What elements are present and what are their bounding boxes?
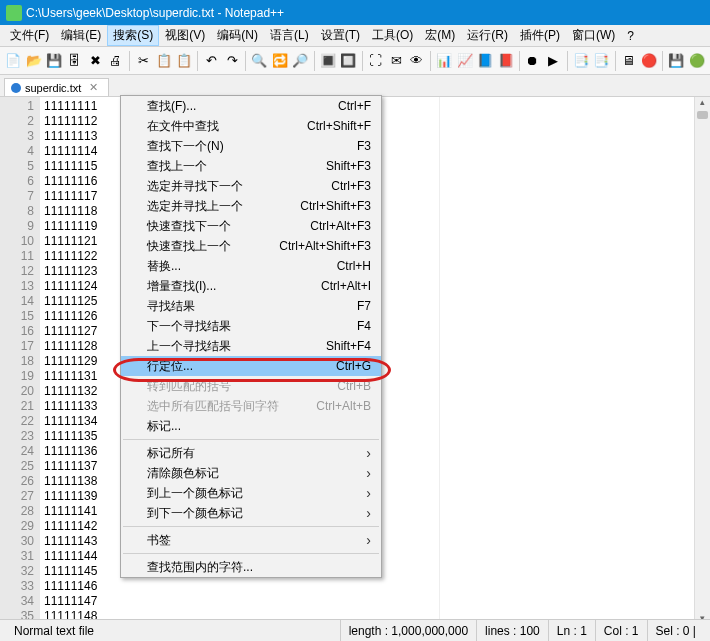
menu-item[interactable]: 清除颜色标记 [121, 463, 381, 483]
menu-item[interactable]: 上一个寻找结果Shift+F4 [121, 336, 381, 356]
app-icon [6, 5, 22, 21]
menu-item-label: 寻找结果 [147, 298, 357, 315]
toolbar-button[interactable]: 🔁 [271, 50, 290, 72]
toolbar-button[interactable]: ↶ [202, 50, 221, 72]
menu-item-shortcut: Ctrl+F3 [331, 179, 371, 193]
menu-item[interactable]: 窗口(W) [566, 25, 621, 46]
toolbar-button[interactable]: 🗄 [66, 50, 85, 72]
menu-item[interactable]: 查找下一个(N)F3 [121, 136, 381, 156]
toolbar-button[interactable]: 🔍 [250, 50, 269, 72]
menu-item-shortcut: Ctrl+G [336, 359, 371, 373]
menu-item[interactable]: 下一个寻找结果F4 [121, 316, 381, 336]
menu-item[interactable]: 选定并寻找下一个Ctrl+F3 [121, 176, 381, 196]
toolbar-button[interactable]: 📑 [572, 50, 591, 72]
menu-item[interactable]: 运行(R) [461, 25, 514, 46]
menu-item[interactable]: 编辑(E) [55, 25, 107, 46]
toolbar-button[interactable]: 👁 [407, 50, 426, 72]
menu-item[interactable]: 到上一个颜色标记 [121, 483, 381, 503]
toolbar-button[interactable]: 💾 [667, 50, 686, 72]
line-number-gutter: 1234567891011121314151617181920212223242… [0, 97, 40, 627]
vertical-scrollbar[interactable]: ▴ ▾ [694, 97, 710, 627]
menu-item-shortcut: Ctrl+Shift+F3 [300, 199, 371, 213]
menu-item[interactable]: 行定位...Ctrl+G [121, 356, 381, 376]
menu-item-label: 行定位... [147, 358, 336, 375]
menu-item[interactable]: 标记... [121, 416, 381, 436]
menu-item[interactable]: 书签 [121, 530, 381, 550]
tab-close-icon[interactable]: ✕ [89, 81, 98, 94]
menu-item-shortcut: Ctrl+Shift+F [307, 119, 371, 133]
toolbar-button[interactable]: ✖ [86, 50, 105, 72]
toolbar-button[interactable]: ⏺ [524, 50, 543, 72]
menu-item[interactable]: 工具(O) [366, 25, 419, 46]
status-col: Col : 1 [595, 620, 647, 641]
menu-item[interactable]: 增量查找(I)...Ctrl+Alt+I [121, 276, 381, 296]
toolbar-button[interactable]: 📈 [455, 50, 474, 72]
file-tab[interactable]: superdic.txt ✕ [4, 78, 109, 96]
toolbar-button[interactable]: 🔲 [339, 50, 358, 72]
menu-item[interactable]: 视图(V) [159, 25, 211, 46]
menu-item-label: 标记... [147, 418, 371, 435]
toolbar-button[interactable]: 🖨 [107, 50, 126, 72]
menu-item[interactable]: 快速查找上一个Ctrl+Alt+Shift+F3 [121, 236, 381, 256]
menu-item-label: 增量查找(I)... [147, 278, 321, 295]
toolbar-button[interactable]: 📋 [154, 50, 173, 72]
menu-item[interactable]: 标记所有 [121, 443, 381, 463]
toolbar-button[interactable]: ✉ [387, 50, 406, 72]
menu-item[interactable]: 寻找结果F7 [121, 296, 381, 316]
toolbar-button[interactable]: 🔳 [319, 50, 338, 72]
menu-item-label: 查找下一个(N) [147, 138, 357, 155]
menu-item-label: 在文件中查找 [147, 118, 307, 135]
toolbar-button[interactable]: 📑 [592, 50, 611, 72]
scroll-up-icon[interactable]: ▴ [695, 97, 710, 111]
toolbar-button[interactable]: 📋 [175, 50, 194, 72]
toolbar-button[interactable]: 📊 [435, 50, 454, 72]
toolbar-button[interactable]: ↷ [223, 50, 242, 72]
toolbar-button[interactable]: 📄 [4, 50, 23, 72]
menu-item[interactable]: 搜索(S) [107, 25, 159, 46]
toolbar-button[interactable]: 📂 [25, 50, 44, 72]
line-number: 18 [2, 354, 34, 369]
tab-label: superdic.txt [25, 82, 81, 94]
toolbar-button[interactable]: ✂ [134, 50, 153, 72]
toolbar-button[interactable]: 🖥 [619, 50, 638, 72]
menu-item[interactable]: 选定并寻找上一个Ctrl+Shift+F3 [121, 196, 381, 216]
tab-status-dot [11, 83, 21, 93]
line-number: 32 [2, 564, 34, 579]
menu-item-shortcut: Ctrl+H [337, 259, 371, 273]
editor-line[interactable]: 11111147 [44, 594, 435, 609]
toolbar-button[interactable]: 🔴 [640, 50, 659, 72]
menu-item[interactable]: 查找(F)...Ctrl+F [121, 96, 381, 116]
toolbar-button[interactable]: ⛶ [366, 50, 385, 72]
menu-item[interactable]: 编码(N) [211, 25, 264, 46]
menu-item[interactable]: 查找范围内的字符... [121, 557, 381, 577]
menu-item[interactable]: 替换...Ctrl+H [121, 256, 381, 276]
toolbar-button[interactable]: 📕 [496, 50, 515, 72]
menu-item[interactable]: 设置(T) [315, 25, 366, 46]
status-bar: Normal text file length : 1,000,000,000 … [0, 619, 710, 641]
toolbar-separator [245, 51, 246, 71]
menu-item[interactable]: 快速查找下一个Ctrl+Alt+F3 [121, 216, 381, 236]
toolbar-button[interactable]: 💾 [45, 50, 64, 72]
menu-item-shortcut: Ctrl+Alt+Shift+F3 [279, 239, 371, 253]
editor-line[interactable]: 11111146 [44, 579, 435, 594]
menu-item-label: 查找上一个 [147, 158, 326, 175]
line-number: 15 [2, 309, 34, 324]
toolbar-button[interactable]: 🟢 [688, 50, 707, 72]
line-number: 19 [2, 369, 34, 384]
menu-item[interactable]: ? [621, 25, 640, 46]
menu-item[interactable]: 宏(M) [419, 25, 461, 46]
toolbar-button[interactable]: 🔎 [291, 50, 310, 72]
menu-item[interactable]: 文件(F) [4, 25, 55, 46]
menu-item[interactable]: 在文件中查找Ctrl+Shift+F [121, 116, 381, 136]
line-number: 27 [2, 489, 34, 504]
menu-item[interactable]: 插件(P) [514, 25, 566, 46]
scrollbar-thumb[interactable] [697, 111, 708, 119]
menu-item[interactable]: 到下一个颜色标记 [121, 503, 381, 523]
menu-item[interactable]: 查找上一个Shift+F3 [121, 156, 381, 176]
line-number: 12 [2, 264, 34, 279]
menu-item-label: 选定并寻找上一个 [147, 198, 300, 215]
toolbar: 📄📂💾🗄✖🖨✂📋📋↶↷🔍🔁🔎🔳🔲⛶✉👁📊📈📘📕⏺▶📑📑🖥🔴💾🟢 [0, 47, 710, 75]
toolbar-button[interactable]: 📘 [476, 50, 495, 72]
menu-item[interactable]: 语言(L) [264, 25, 315, 46]
toolbar-button[interactable]: ▶ [544, 50, 563, 72]
